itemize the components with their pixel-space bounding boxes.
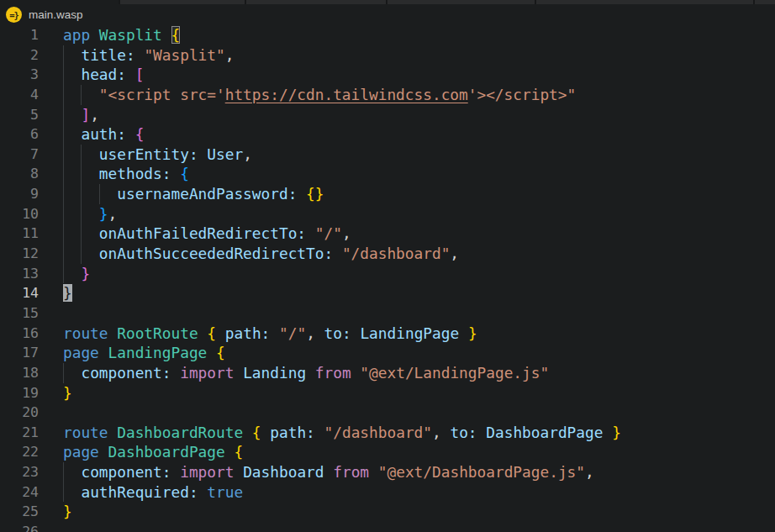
line-number[interactable]: 7 <box>0 145 39 165</box>
line-number[interactable]: 25 <box>0 502 39 522</box>
code-token: from <box>315 364 351 382</box>
line-number[interactable]: 21 <box>0 423 39 443</box>
line-content: } <box>63 383 775 403</box>
code-line[interactable]: 10 }, <box>0 204 775 224</box>
code-token: DashboardRoute <box>117 424 243 441</box>
line-number[interactable]: 4 <box>0 85 39 105</box>
code-token <box>108 324 118 342</box>
bracket-match: { <box>171 26 181 44</box>
code-token: { <box>180 165 189 182</box>
code-token <box>225 443 235 461</box>
line-content: }, <box>63 204 775 224</box>
indent-guide <box>99 184 100 204</box>
code-line[interactable]: 4 "<script src='https://cdn.tailwindcss.… <box>0 85 775 105</box>
tab-strip <box>0 0 775 4</box>
editor-tab[interactable] <box>755 0 775 4</box>
editor-tab[interactable] <box>120 0 246 4</box>
indent-guide <box>63 264 64 284</box>
editor-tab[interactable] <box>536 0 755 4</box>
code-line[interactable]: 8 methods: { <box>0 164 775 184</box>
code-line[interactable]: 22page DashboardPage { <box>0 442 775 462</box>
line-number[interactable]: 6 <box>0 124 39 145</box>
line-number[interactable]: 15 <box>0 303 39 324</box>
code-token: auth: <box>81 125 126 143</box>
breadcrumb[interactable]: =} main.wasp <box>0 4 775 25</box>
code-line[interactable]: 16route RootRoute { path: "/", to: Landi… <box>0 324 775 344</box>
code-line[interactable]: 14} <box>0 283 775 303</box>
code-line[interactable]: 15 <box>0 303 775 324</box>
code-line[interactable]: 26 <box>0 522 775 532</box>
code-token <box>234 463 243 481</box>
code-line[interactable]: 18 component: import Landing from "@ext/… <box>0 363 775 383</box>
code-token <box>315 424 324 441</box>
code-line[interactable]: 23 component: import Dashboard from "@ex… <box>0 462 775 482</box>
code-token <box>459 324 468 342</box>
line-number[interactable]: 23 <box>0 462 39 482</box>
code-token <box>162 26 171 44</box>
line-number[interactable]: 20 <box>0 403 39 423</box>
editor-tab-active[interactable] <box>0 0 120 4</box>
code-token: } <box>63 384 72 402</box>
line-number[interactable]: 9 <box>0 184 39 204</box>
line-number[interactable]: 3 <box>0 65 39 85</box>
code-token: methods: <box>99 165 171 182</box>
code-token: } <box>468 324 477 342</box>
code-token: "@ext/LandingPage.js" <box>360 364 549 382</box>
editor-tab[interactable] <box>246 0 388 4</box>
code-line[interactable]: 11 onAuthFailedRedirectTo: "/", <box>0 224 775 244</box>
code-line[interactable]: 2 title: "Wasplit", <box>0 45 775 66</box>
code-line[interactable]: 9 usernameAndPassword: {} <box>0 184 775 204</box>
code-line[interactable]: 20 <box>0 403 775 423</box>
indent-spaces <box>63 265 81 282</box>
code-token <box>126 125 135 143</box>
breadcrumb-file-name[interactable]: main.wasp <box>29 8 83 21</box>
code-line[interactable]: 1app Wasplit { <box>0 25 775 45</box>
code-line[interactable]: 19} <box>0 383 775 403</box>
line-number[interactable]: 2 <box>0 45 39 66</box>
code-line[interactable]: 6 auth: { <box>0 124 775 145</box>
indent-guide <box>63 482 64 503</box>
line-number[interactable]: 16 <box>0 324 39 344</box>
code-token: app <box>63 26 90 44</box>
line-number[interactable]: 5 <box>0 105 39 125</box>
code-line[interactable]: 7 userEntity: User, <box>0 145 775 165</box>
line-number[interactable]: 1 <box>0 25 39 45</box>
code-token: LandingPage <box>360 324 459 342</box>
code-token <box>270 324 279 342</box>
code-line[interactable]: 17page LandingPage { <box>0 343 775 363</box>
code-link-token[interactable]: https://cdn.tailwindcss.com <box>225 86 468 103</box>
line-number[interactable]: 11 <box>0 224 39 244</box>
code-line[interactable]: 21route DashboardRoute { path: "/dashboa… <box>0 423 775 443</box>
code-line[interactable]: 3 head: [ <box>0 65 775 85</box>
line-number[interactable]: 12 <box>0 244 39 264</box>
code-line[interactable]: 24 authRequired: true <box>0 482 775 503</box>
code-token: , <box>225 46 235 64</box>
code-token <box>198 483 208 501</box>
code-token: LandingPage <box>108 344 208 361</box>
line-number[interactable]: 13 <box>0 264 39 284</box>
indent-guide <box>63 164 64 184</box>
code-line[interactable]: 5 ], <box>0 105 775 125</box>
line-number[interactable]: 19 <box>0 383 39 403</box>
indent-guide <box>63 184 64 204</box>
line-number[interactable]: 18 <box>0 363 39 383</box>
line-content: page LandingPage { <box>63 343 775 363</box>
code-line[interactable]: 13 } <box>0 264 775 284</box>
line-number[interactable]: 14 <box>0 283 39 303</box>
indent-spaces <box>63 463 81 481</box>
line-number[interactable]: 24 <box>0 482 39 503</box>
code-line[interactable]: 25} <box>0 502 775 522</box>
line-number[interactable]: 26 <box>0 522 39 532</box>
editor-tab[interactable] <box>388 0 536 4</box>
code-token <box>306 224 315 242</box>
code-token: } <box>99 205 108 223</box>
code-token <box>99 344 108 361</box>
line-number[interactable]: 10 <box>0 204 39 224</box>
line-number[interactable]: 17 <box>0 343 39 363</box>
indent-spaces <box>63 66 81 83</box>
code-token: DashboardPage <box>486 424 603 441</box>
line-number[interactable]: 22 <box>0 442 39 462</box>
indent-guide <box>63 105 64 125</box>
line-number[interactable]: 8 <box>0 164 39 184</box>
code-line[interactable]: 12 onAuthSucceededRedirectTo: "/dashboar… <box>0 244 775 264</box>
